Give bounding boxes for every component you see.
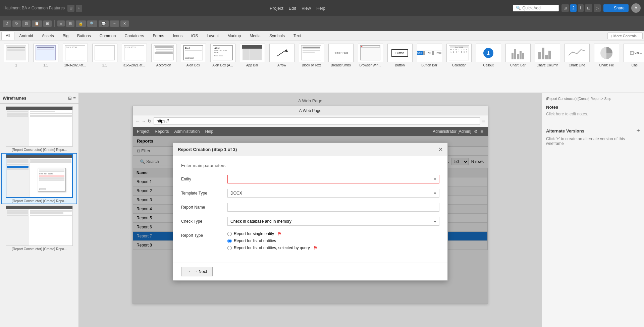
comp-browser-win[interactable]: Browser Win...: [357, 44, 384, 67]
wireframe-item-1[interactable]: (Report Constructor) [Create] Repo...: [1, 105, 77, 153]
wireframe-item-3[interactable]: (Report Constructor) [Create] Repo...: [1, 204, 77, 252]
comp-breadcrumbs[interactable]: Home > Page Breadcrumbs: [327, 44, 354, 67]
paste-btn[interactable]: 📋: [32, 20, 42, 27]
modal-dialog: Report Creation (Step 1 of 3) ✕ Enter ma…: [173, 143, 448, 281]
tab-buttons[interactable]: Buttons: [73, 32, 95, 40]
forward-btn[interactable]: →: [142, 118, 146, 124]
back-btn[interactable]: ←: [136, 118, 140, 124]
alt-versions-add-btn[interactable]: +: [636, 127, 640, 134]
comp-chart-pie[interactable]: Chart: Pie: [593, 44, 620, 67]
comp-app-bar[interactable]: App Bar: [239, 44, 266, 67]
comp-chart-column[interactable]: Chart: Column: [534, 44, 561, 67]
comp-callout[interactable]: 1 Callout: [475, 44, 502, 67]
copy-btn[interactable]: ⊡: [22, 20, 31, 27]
comp-label-breadcrumbs: Breadcrumbs: [331, 63, 351, 67]
entity-input[interactable]: [227, 175, 439, 183]
tab-android[interactable]: Android: [15, 32, 37, 40]
comp-checkbox[interactable]: ✓ Che... Che...: [623, 44, 644, 67]
report-name-control: [227, 203, 439, 212]
menu-view[interactable]: View: [302, 6, 311, 11]
menu-help[interactable]: Help: [316, 6, 325, 11]
redo-btn[interactable]: ↻: [12, 20, 21, 27]
toolbar-strip: ↺ ↻ ⊡ 📋 ⊞ ≡ ⊟ 🔒 🔍 💬 ⋯ ✕: [0, 16, 644, 31]
share-button[interactable]: 👤 Share: [603, 4, 629, 12]
toolbar-btn-3[interactable]: ℹ: [578, 4, 584, 12]
comp-alertbox-a[interactable]: Alert Alert text goes here Alert Box (A.…: [209, 44, 236, 67]
template-type-select[interactable]: DOCX XLSX HTML PDF: [227, 189, 439, 198]
close-btn[interactable]: ✕: [120, 20, 129, 27]
comp-1[interactable]: 1: [3, 44, 30, 67]
toolbar-btn-2[interactable]: 2: [570, 4, 577, 12]
wireframes-list-toggle[interactable]: ≡: [73, 96, 76, 101]
web-page-title: A Web Page: [133, 106, 488, 115]
comp-label-callout: Callout: [483, 63, 493, 67]
comp-arrow[interactable]: Arrow: [268, 44, 295, 67]
toolbar-btn-5[interactable]: ▷: [594, 4, 601, 12]
comp-block-of-text[interactable]: Block of Text: [298, 44, 325, 67]
comp-chart-bar[interactable]: Chart: Bar: [504, 44, 531, 67]
comp-alert-box[interactable]: Alert Alert Box: [180, 44, 207, 67]
group-btn[interactable]: ⊞: [43, 20, 52, 27]
nav-help[interactable]: Help: [205, 129, 213, 134]
nav-reports[interactable]: Reports: [155, 129, 169, 134]
notes-text[interactable]: Click here to edit notes.: [546, 112, 640, 116]
tab-all[interactable]: All: [1, 32, 14, 40]
tab-common[interactable]: Common: [96, 32, 120, 40]
grid-view-btn[interactable]: ⊞: [67, 5, 74, 12]
more-controls-btn[interactable]: ↓ More Controls...: [607, 33, 643, 39]
comment-btn[interactable]: 💬: [99, 20, 109, 27]
comp-button[interactable]: Button Button: [386, 44, 413, 67]
tab-symbols[interactable]: Symbols: [265, 32, 289, 40]
wireframe-label-1: (Report Constructor) [Create] Repo...: [12, 148, 67, 152]
comp-3[interactable]: 18-3-2020 18-3-2020 at...: [62, 44, 89, 67]
comp-chart-line[interactable]: Chart: Line: [564, 44, 590, 67]
right-divider: [546, 122, 640, 122]
align-btn[interactable]: ≡: [57, 20, 65, 26]
tab-text[interactable]: Text: [289, 32, 305, 40]
toolbar-btn-1[interactable]: ⊞: [561, 4, 569, 12]
modal-close-button[interactable]: ✕: [438, 146, 443, 153]
comp-5[interactable]: 31-5-2021 31-5-2021 at...: [121, 44, 148, 67]
settings-icon[interactable]: ⚙: [474, 129, 478, 134]
radio-list-entities-input[interactable]: [227, 239, 232, 243]
menu-edit[interactable]: Edit: [289, 6, 296, 11]
refresh-btn[interactable]: ↻: [148, 118, 152, 124]
comp-accordion[interactable]: Accordion: [150, 44, 177, 67]
tab-markup[interactable]: Markup: [223, 32, 245, 40]
undo-btn[interactable]: ↺: [3, 20, 11, 27]
tab-layout[interactable]: Layout: [203, 32, 223, 40]
check-type-select[interactable]: Check in database and in memory Check in…: [227, 217, 439, 226]
comp-calendar[interactable]: Jun 2022 MTWTFSS 1234567 Calendar: [445, 44, 472, 67]
quick-add-input[interactable]: [522, 6, 556, 10]
menu-project[interactable]: Project: [270, 6, 283, 11]
lock-btn[interactable]: 🔒: [76, 20, 86, 27]
next-button[interactable]: → → Next: [181, 267, 213, 276]
tab-containers[interactable]: Containers: [120, 32, 148, 40]
radio-single-entity-input[interactable]: [227, 232, 232, 236]
comp-4[interactable]: 2.1: [91, 44, 118, 67]
comp-button-bar[interactable]: One Two Three Button Bar: [416, 44, 443, 67]
add-btn[interactable]: +: [76, 5, 82, 12]
layout-icon[interactable]: ⊞: [480, 129, 484, 134]
more-btn[interactable]: ⋯: [110, 20, 119, 27]
flag-icon-single: ⚑: [277, 231, 282, 236]
browser-menu-icon[interactable]: ≡: [482, 118, 485, 124]
report-name-input[interactable]: [227, 203, 439, 212]
nav-project[interactable]: Project: [137, 129, 149, 134]
toolbar-btn-4[interactable]: ⊟: [585, 4, 592, 12]
wireframes-view-toggle[interactable]: ⊞: [68, 96, 72, 101]
tab-ios[interactable]: iOS: [187, 32, 202, 40]
wireframe-item-2[interactable]: Enter main params (Report Constructor) [: [1, 153, 77, 204]
tab-icons[interactable]: Icons: [169, 32, 187, 40]
search-toolbar-btn[interactable]: 🔍: [87, 20, 97, 27]
radio-query-entities-input[interactable]: [227, 246, 232, 250]
nav-administration[interactable]: Administration: [174, 129, 200, 134]
modal-footer: → → Next: [173, 263, 447, 280]
tab-big[interactable]: Big: [59, 32, 72, 40]
tab-media[interactable]: Media: [246, 32, 265, 40]
distribute-btn[interactable]: ⊟: [66, 20, 74, 27]
comp-2[interactable]: 1.1: [32, 44, 59, 67]
tab-assets[interactable]: Assets: [38, 32, 58, 40]
tab-forms[interactable]: Forms: [149, 32, 168, 40]
url-bar[interactable]: [154, 117, 480, 125]
